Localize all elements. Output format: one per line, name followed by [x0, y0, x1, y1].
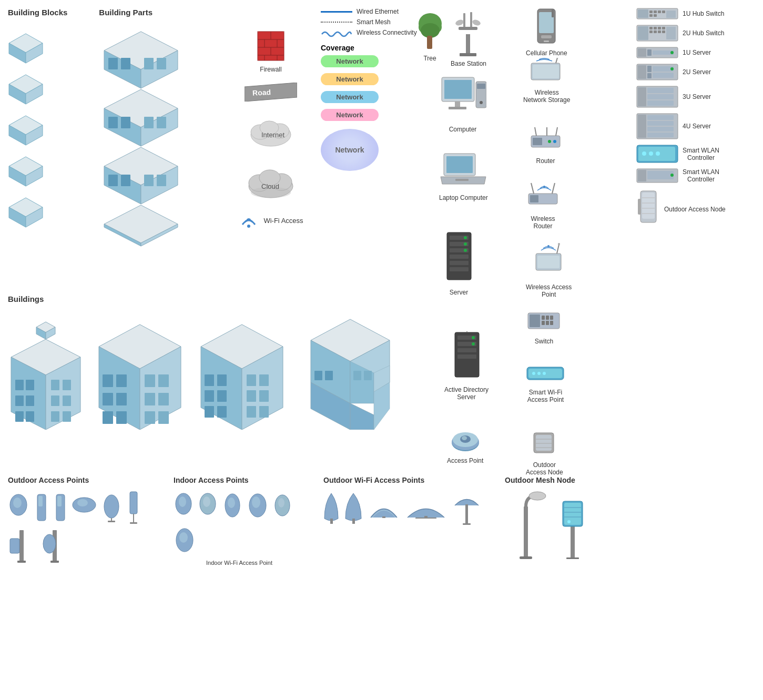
- svg-point-276: [13, 498, 22, 508]
- svg-rect-186: [653, 73, 674, 78]
- svg-point-95: [464, 236, 467, 239]
- smart-mesh-label: Smart Mesh: [357, 18, 391, 26]
- wireless-storage-item: WirelessNetwork Storage: [523, 58, 570, 104]
- svg-rect-21: [157, 58, 166, 69]
- outdoor-ap-7: [8, 529, 37, 563]
- svg-rect-240: [103, 411, 113, 424]
- coverage-title: Coverage: [321, 44, 354, 52]
- smart-wifi-ap-section: Smart Wi-FiAccess Point: [526, 358, 565, 414]
- svg-rect-163: [654, 14, 657, 17]
- cloud-item: Cloud: [218, 160, 323, 199]
- svg-rect-278: [38, 496, 43, 506]
- svg-point-123: [548, 140, 551, 143]
- svg-rect-159: [654, 11, 657, 13]
- svg-text:Cloud: Cloud: [261, 182, 279, 190]
- laptop-item: Laptop Computer: [439, 153, 488, 201]
- svg-rect-286: [130, 492, 137, 514]
- wireless-ap-icon: [532, 242, 566, 281]
- indoor-wifi-ap-label: Indoor Wi-Fi Access Point: [174, 560, 305, 566]
- svg-rect-118: [533, 65, 559, 78]
- svg-rect-141: [546, 316, 549, 320]
- building-parts-title: Building Parts: [99, 8, 183, 17]
- svg-rect-94: [450, 267, 469, 271]
- svg-rect-27: [144, 117, 154, 128]
- svg-rect-164: [666, 11, 676, 18]
- server-section: Server: [444, 231, 473, 307]
- wireless-router-label: WirelessRouter: [531, 215, 555, 230]
- svg-rect-274: [364, 371, 372, 380]
- 2u-server-icon: [636, 64, 678, 80]
- internet-icon: Internet: [247, 111, 294, 150]
- outdoor-access-node-right-label: Outdoor Access Node: [664, 206, 726, 213]
- svg-point-187: [670, 67, 674, 70]
- ad-server-label: Active DirectoryServer: [444, 386, 489, 401]
- svg-rect-221: [15, 380, 24, 390]
- svg-rect-271: [314, 371, 322, 380]
- svg-rect-166: [638, 26, 648, 40]
- svg-point-300: [228, 498, 235, 508]
- outdoor-access-node-right-item: Outdoor Access Node: [636, 188, 752, 230]
- svg-rect-101: [457, 348, 476, 352]
- indoor-ap-6: [174, 526, 196, 555]
- svg-rect-18: [108, 58, 118, 69]
- svg-rect-102: [457, 354, 476, 359]
- wireless-ap-item: Wireless AccessPoint: [526, 242, 572, 298]
- cellular-phone-label: Cellular Phone: [526, 49, 567, 57]
- base-station-icon: [450, 8, 487, 58]
- svg-point-282: [77, 499, 88, 506]
- access-point-label: Access Point: [447, 457, 483, 464]
- svg-rect-223: [15, 395, 24, 406]
- building-parts-stack: [99, 26, 183, 247]
- svg-rect-116: [552, 9, 554, 17]
- outdoor-access-node-left-item: OutdoorAccess Node: [526, 425, 563, 476]
- 2u-server-label: 2U Server: [683, 68, 711, 76]
- svg-rect-140: [542, 316, 545, 320]
- smart-wifi-ap-icon: [526, 358, 565, 387]
- svg-rect-34: [144, 175, 154, 186]
- svg-rect-230: [63, 395, 71, 406]
- svg-rect-19: [121, 58, 130, 69]
- outdoor-ap-8: [41, 529, 70, 563]
- outdoor-ap-section: Outdoor Access Points: [8, 476, 158, 563]
- svg-point-64: [247, 225, 250, 228]
- wifi-access-label: Wi-Fi Access: [263, 217, 303, 225]
- 1u-hub-switch-label: 1U Hub Switch: [683, 10, 724, 17]
- iso-cube-5: [8, 197, 44, 228]
- cloud-icon: Cloud: [245, 160, 297, 199]
- svg-rect-93: [450, 261, 469, 265]
- indoor-ap-section: Indoor Access Points: [174, 476, 305, 566]
- svg-rect-169: [658, 27, 661, 29]
- server-icon: [444, 231, 473, 287]
- legend-col: Wired Ethernet Smart Mesh Wireless Conne…: [321, 8, 426, 171]
- svg-point-316: [529, 492, 546, 500]
- svg-rect-143: [542, 321, 545, 325]
- 4u-server-icon: [636, 113, 678, 139]
- wireless-ap-section: Wireless AccessPoint: [526, 242, 572, 309]
- outdoor-mesh-2: [557, 491, 589, 559]
- wireless-router-item: WirelessRouter: [526, 179, 560, 230]
- svg-point-76: [472, 19, 481, 27]
- svg-rect-196: [647, 121, 674, 126]
- svg-rect-28: [157, 117, 166, 128]
- outdoor-ap-1: [8, 493, 29, 522]
- svg-rect-317: [520, 556, 532, 559]
- road-item: Road: [218, 83, 323, 102]
- outdoor-ap-3: [52, 493, 67, 522]
- svg-point-136: [558, 243, 560, 245]
- svg-rect-315: [524, 506, 528, 559]
- cellular-phone-icon: [535, 8, 558, 47]
- svg-rect-289: [19, 530, 24, 562]
- svg-rect-244: [145, 393, 155, 405]
- svg-rect-184: [647, 73, 652, 78]
- svg-rect-129: [530, 195, 538, 202]
- svg-rect-189: [638, 87, 646, 106]
- indoor-ap-3: [222, 492, 243, 521]
- outdoor-mesh-icons: [505, 491, 652, 559]
- outdoor-wifi-ap-title: Outdoor Wi-Fi Access Points: [323, 476, 486, 484]
- building-1-icon: [8, 319, 84, 430]
- 1u-server-item: 1U Server: [636, 47, 752, 58]
- svg-rect-80: [449, 107, 466, 109]
- svg-rect-293: [50, 561, 59, 563]
- svg-rect-206: [647, 171, 674, 179]
- svg-marker-36: [104, 205, 178, 243]
